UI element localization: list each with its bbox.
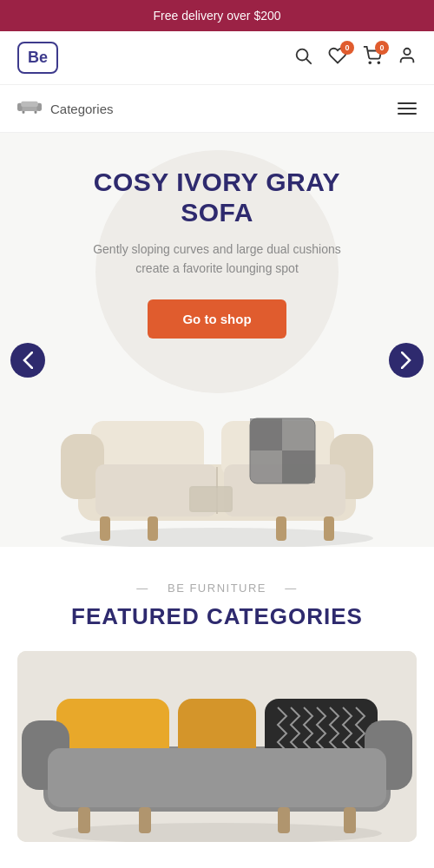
svg-rect-42 (344, 807, 356, 833)
featured-title: FEATURED CATEGORIES (17, 603, 417, 630)
subtitle-brand: BE FURNITURE (168, 582, 266, 595)
nav-left[interactable]: Categories (17, 97, 114, 120)
user-icon[interactable] (398, 46, 417, 69)
carousel-prev-button[interactable] (10, 343, 45, 378)
header-icons: 0 0 (293, 46, 417, 69)
wishlist-icon[interactable]: 0 (328, 46, 347, 69)
hero-content: COSY IVORY GRAY SOFA Gently sloping curv… (26, 168, 408, 365)
hamburger-menu[interactable] (398, 102, 417, 115)
featured-section: — BE FURNITURE — FEATURED CATEGORIES (0, 547, 434, 859)
svg-rect-9 (23, 111, 25, 114)
svg-point-4 (404, 49, 410, 55)
sofa-icon (17, 97, 42, 120)
svg-rect-8 (21, 102, 38, 107)
svg-point-2 (369, 62, 371, 63)
cart-badge: 0 (375, 41, 389, 55)
goto-shop-button[interactable]: Go to shop (148, 299, 286, 339)
hero-sofa-image (26, 373, 408, 547)
svg-rect-10 (35, 111, 37, 114)
categories-label[interactable]: Categories (50, 102, 114, 116)
hero-section: COSY IVORY GRAY SOFA Gently sloping curv… (0, 133, 434, 547)
svg-rect-40 (139, 807, 151, 833)
svg-rect-24 (100, 516, 110, 541)
svg-rect-38 (48, 748, 386, 807)
hero-description: Gently sloping curves and large dual cus… (87, 240, 347, 279)
svg-line-1 (306, 59, 311, 63)
svg-rect-29 (191, 488, 231, 510)
carousel-next-button[interactable] (389, 343, 424, 378)
wishlist-badge: 0 (340, 41, 354, 55)
svg-rect-41 (278, 807, 290, 833)
svg-point-3 (378, 62, 379, 63)
nav-bar: Categories (0, 85, 434, 133)
featured-subtitle: — BE FURNITURE — (17, 582, 417, 595)
svg-rect-27 (324, 516, 334, 541)
promo-text: Free delivery over $200 (153, 9, 280, 23)
hero-title: COSY IVORY GRAY SOFA (26, 168, 408, 227)
promo-banner: Free delivery over $200 (0, 0, 434, 31)
logo[interactable]: Be (17, 42, 58, 74)
svg-rect-39 (78, 807, 90, 833)
subtitle-dash-right: — (285, 582, 298, 595)
svg-rect-22 (282, 450, 315, 483)
category-card[interactable] (17, 651, 417, 842)
cart-icon[interactable]: 0 (363, 46, 382, 69)
subtitle-dash-left: — (136, 582, 149, 595)
svg-rect-25 (148, 516, 158, 541)
search-icon[interactable] (293, 46, 312, 69)
header: Be 0 0 (0, 31, 434, 85)
svg-rect-21 (250, 418, 282, 450)
svg-rect-26 (276, 516, 286, 541)
